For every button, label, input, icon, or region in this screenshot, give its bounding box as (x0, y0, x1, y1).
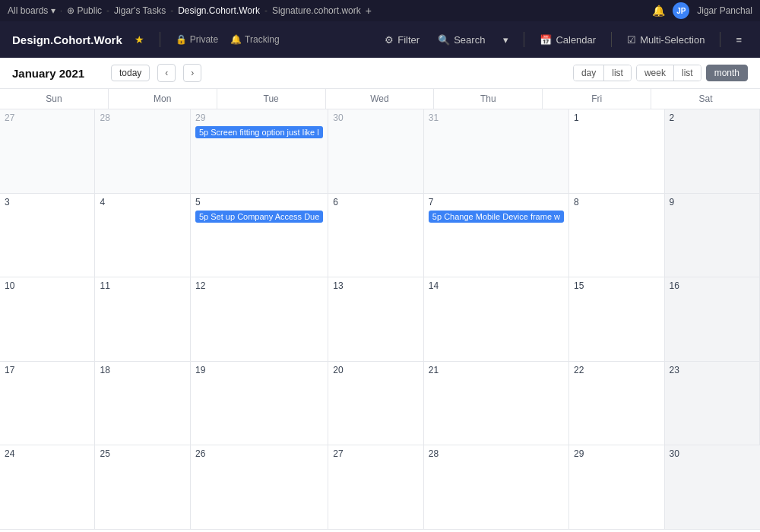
filter-button[interactable]: ⚙ Filter (378, 31, 426, 49)
calendar-cell[interactable]: 3 (0, 194, 95, 278)
project-bar: Design.Cohort.Work ★ 🔒 Private 🔔 Trackin… (0, 21, 760, 58)
day-view-button[interactable]: day (574, 65, 604, 81)
design-cohort-work-tab[interactable]: Design.Cohort.Work (178, 5, 260, 16)
calendar-cell[interactable]: 23 (665, 362, 760, 446)
calendar-cell[interactable]: 30 (665, 445, 760, 530)
calendar-cell[interactable]: 12 (191, 277, 328, 362)
calendar-cell[interactable]: 2 (665, 109, 760, 194)
project-name: Design.Cohort.Work (12, 33, 122, 46)
calendar-cell[interactable]: 18 (95, 362, 191, 446)
multi-selection-button[interactable]: ☑ Multi-Selection (621, 31, 711, 49)
calendar-cell[interactable]: 27 (328, 445, 424, 530)
list-view-button-1[interactable]: list (604, 65, 631, 81)
avatar[interactable]: JP (673, 2, 689, 19)
calendar-cell[interactable]: 16 (665, 277, 760, 362)
calendar-cell[interactable]: 15 (569, 277, 665, 362)
day-header-tue: Tue (217, 89, 326, 109)
tracking-badge[interactable]: 🔔 Tracking (230, 34, 280, 45)
calendar-cell[interactable]: 8 (569, 194, 665, 278)
day-number: 11 (100, 280, 185, 291)
day-number: 14 (429, 280, 564, 291)
calendar-cell[interactable]: 26 (191, 445, 328, 530)
calendar-cell[interactable]: 19 (191, 362, 328, 446)
signature-cohort-link[interactable]: Signature.cohort.work (272, 5, 361, 16)
star-icon[interactable]: ★ (135, 33, 144, 46)
day-number: 23 (670, 365, 755, 375)
jigars-tasks-link[interactable]: Jigar's Tasks (114, 5, 166, 16)
filter-icon: ⚙ (385, 34, 394, 46)
event-chip[interactable]: 5p Set up Company Access Due (195, 211, 323, 223)
today-button[interactable]: today (111, 65, 150, 81)
prev-month-button[interactable]: ‹ (157, 64, 176, 82)
day-number: 27 (5, 112, 90, 123)
calendar-cell[interactable]: 11 (95, 277, 191, 362)
add-tab-button[interactable]: + (366, 5, 372, 17)
day-number: 3 (5, 197, 90, 207)
day-number: 26 (195, 448, 323, 459)
day-number: 12 (195, 280, 323, 291)
calendar-cell[interactable]: 75p Change Mobile Device frame w (424, 194, 569, 278)
day-number: 22 (574, 365, 660, 375)
month-label: January 2021 (12, 67, 103, 80)
day-header-thu: Thu (434, 89, 543, 109)
privacy-badge[interactable]: 🔒 Private (176, 34, 218, 45)
week-view-button[interactable]: week (637, 65, 674, 81)
calendar-controls: January 2021 today ‹ › day list week lis… (0, 58, 760, 89)
day-header-fri: Fri (543, 89, 651, 109)
top-bar-right: 🔔 JP Jigar Panchal (652, 2, 752, 19)
calendar-cell[interactable]: 20 (328, 362, 424, 446)
calendar-cell[interactable]: 17 (0, 362, 95, 446)
calendar-cell[interactable]: 55p Set up Company Access Due (191, 194, 328, 278)
day-number: 6 (333, 197, 419, 207)
bell-small-icon: 🔔 (230, 34, 242, 45)
day-number: 28 (100, 112, 185, 123)
calendar-cell[interactable]: 29 (569, 445, 665, 530)
event-chip[interactable]: 5p Change Mobile Device frame w (429, 211, 564, 223)
day-number: 30 (333, 112, 419, 123)
day-number: 16 (670, 280, 755, 291)
day-number: 29 (195, 112, 323, 123)
calendar-cell[interactable]: 28 (95, 109, 191, 194)
day-number: 20 (333, 365, 419, 375)
calendar-cell[interactable]: 1 (569, 109, 665, 194)
day-number: 18 (100, 365, 185, 375)
calendar-cell[interactable]: 13 (328, 277, 424, 362)
calendar-cell[interactable]: 30 (328, 109, 424, 194)
day-header-sun: Sun (0, 89, 109, 109)
calendar-cell[interactable]: 31 (424, 109, 569, 194)
bell-icon[interactable]: 🔔 (652, 5, 665, 17)
calendar-cell[interactable]: 6 (328, 194, 424, 278)
calendar-cell[interactable]: 22 (569, 362, 665, 446)
calendar-button[interactable]: 📅 Calendar (534, 31, 602, 49)
month-view-button[interactable]: month (706, 65, 748, 81)
calendar-cell[interactable]: 9 (665, 194, 760, 278)
next-month-button[interactable]: › (183, 64, 201, 82)
calendar-cell[interactable]: 10 (0, 277, 95, 362)
calendar-cell[interactable]: 21 (424, 362, 569, 446)
day-number: 2 (670, 112, 755, 123)
calendar-cell[interactable]: 28 (424, 445, 569, 530)
day-number: 19 (195, 365, 323, 375)
public-badge[interactable]: ⊕ Public (67, 5, 102, 16)
day-number: 28 (429, 448, 564, 459)
day-number: 31 (429, 112, 564, 123)
day-header-wed: Wed (326, 89, 435, 109)
calendar-cell[interactable]: 14 (424, 277, 569, 362)
day-number: 7 (429, 197, 564, 207)
calendar-cell[interactable]: 25 (95, 445, 191, 530)
calendar-cell[interactable]: 4 (95, 194, 191, 278)
search-icon: 🔍 (438, 34, 450, 46)
calendar-cell[interactable]: 295p Screen fitting option just like l (191, 109, 328, 194)
list-view-button-2[interactable]: list (674, 65, 701, 81)
search-button[interactable]: 🔍 Search (432, 31, 491, 49)
menu-button[interactable]: ≡ (730, 31, 748, 49)
calendar-cell[interactable]: 24 (0, 445, 95, 530)
chevron-button[interactable]: ▾ (497, 31, 515, 49)
day-number: 8 (574, 197, 660, 207)
user-name[interactable]: Jigar Panchal (697, 5, 752, 16)
calendar-cell[interactable]: 27 (0, 109, 95, 194)
day-number: 21 (429, 365, 564, 375)
event-chip[interactable]: 5p Screen fitting option just like l (195, 126, 323, 138)
all-boards-link[interactable]: All boards ▾ (8, 5, 55, 16)
calendar-body: 2728295p Screen fitting option just like… (0, 109, 760, 530)
